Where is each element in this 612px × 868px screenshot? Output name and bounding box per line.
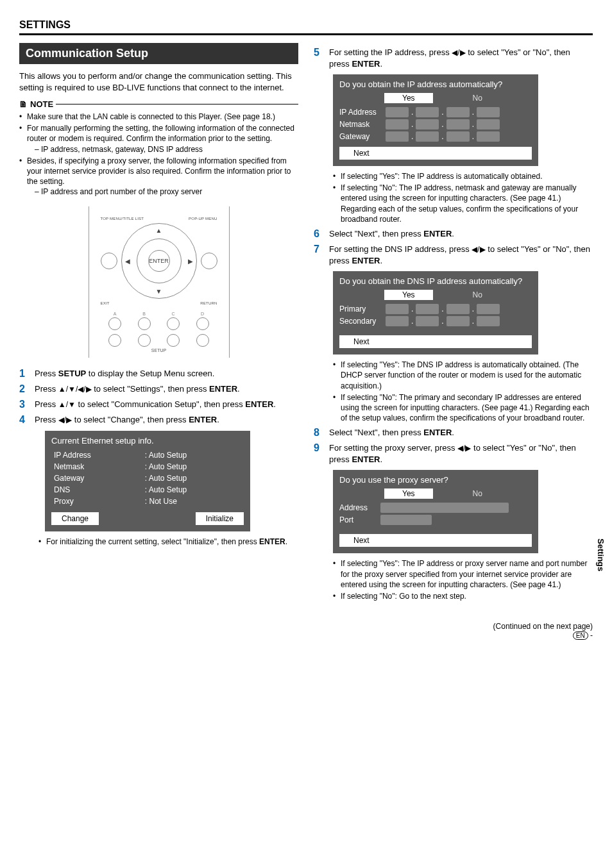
no-option: No — [455, 93, 500, 103]
left-column: Communication Setup This allows you to p… — [19, 43, 298, 603]
two-column-layout: Communication Setup This allows you to p… — [19, 43, 593, 603]
table-cell: : Not Use — [142, 496, 244, 507]
ethernet-info-panel: Current Ethernet setup info. IP Address:… — [45, 431, 250, 531]
step-text: Press SETUP to display the Setup Menu sc… — [35, 368, 214, 380]
remote-button — [108, 317, 121, 330]
remote-button — [108, 334, 121, 347]
step-text: For setting the proxy server, press ◀/▶ … — [329, 442, 593, 465]
step-text: Press ▲/▼ to select "Communication Setup… — [35, 399, 276, 410]
panel-question: Do you obtain the IP address automatical… — [339, 79, 532, 89]
step-4: 4 Press ◀/▶ to select "Change", then pre… — [19, 414, 298, 426]
no-option: No — [455, 488, 500, 499]
subsection-title: Communication Setup — [19, 43, 298, 64]
continued-text: (Continued on the next page) — [493, 622, 593, 631]
step-number: 1 — [19, 368, 28, 380]
step-number: 4 — [19, 414, 28, 426]
table-cell: Gateway — [51, 472, 142, 484]
remote-label-return: RETURN — [200, 301, 217, 305]
note-rule — [56, 104, 298, 104]
note-text: For manually performing the setting, the… — [27, 124, 294, 143]
remote-label-c: C — [172, 312, 175, 316]
remote-button — [101, 253, 117, 269]
remote-label-d: D — [201, 312, 204, 316]
left-arrow-icon: ◀ — [125, 257, 130, 264]
note-subitem: IP address and port number of the proxy … — [35, 187, 298, 197]
step-text: Press ◀/▶ to select "Change", then press… — [35, 414, 219, 426]
next-button: Next — [339, 147, 532, 160]
remote-label-a: A — [114, 312, 117, 316]
note-list: Make sure that the LAN cable is connecte… — [19, 112, 298, 197]
step-number: 3 — [19, 399, 28, 410]
change-button: Change — [51, 512, 99, 525]
note-subitem: IP address, netmask, gateway, DNS IP add… — [35, 144, 298, 154]
next-button: Next — [339, 335, 532, 348]
note-header: 🗎 NOTE — [19, 99, 298, 109]
port-label: Port — [339, 515, 375, 524]
language-badge: EN — [573, 631, 588, 640]
initialize-button: Initialize — [196, 512, 244, 525]
step-number: 6 — [314, 228, 323, 240]
gateway-label: Gateway — [339, 132, 383, 141]
remote-button — [201, 253, 217, 269]
note-text: Besides, if specifying a proxy server, t… — [27, 156, 291, 186]
yes-option: Yes — [384, 488, 433, 499]
remote-enter-button: ENTER — [148, 250, 170, 272]
secondary-label: Secondary — [339, 317, 383, 326]
remote-label-exit: EXIT — [101, 301, 110, 305]
table-cell: : Auto Setup — [142, 472, 244, 484]
step-number: 5 — [314, 47, 323, 69]
step-text: Select "Next", then press ENTER. — [329, 427, 454, 438]
remote-label-popup: POP-UP MENU — [189, 217, 217, 221]
dns-note-yes: If selecting "Yes": The DNS IP address i… — [333, 360, 593, 391]
remote-label-setup: SETUP — [101, 348, 217, 353]
up-arrow-icon: ▲ — [156, 227, 162, 234]
remote-dpad: ENTER ▲ ▼ ◀ ▶ — [121, 223, 197, 299]
dns-note-no: If selecting "No": The primary and secon… — [333, 392, 593, 424]
address-label: Address — [339, 503, 375, 512]
step-3: 3 Press ▲/▼ to select "Communication Set… — [19, 399, 298, 410]
note-item: Besides, if specifying a proxy server, t… — [19, 156, 298, 197]
proxy-note-no: If selecting "No": Go to the next step. — [333, 591, 593, 601]
next-button: Next — [339, 534, 532, 547]
table-cell: IP Address — [51, 449, 142, 461]
ip-note-yes: If selecting "Yes": The IP address is au… — [333, 171, 593, 181]
yes-option: Yes — [384, 93, 433, 103]
step-5: 5 For setting the IP address, press ◀/▶ … — [314, 47, 593, 69]
step-2: 2 Press ▲/▼/◀/▶ to select "Settings", th… — [19, 383, 298, 395]
proxy-note-yes: If selecting "Yes": The IP address or pr… — [333, 558, 593, 590]
remote-label-topmenu: TOP MENU/TITLE LIST — [101, 217, 144, 221]
yes-option: Yes — [384, 290, 433, 300]
right-arrow-icon: ▶ — [188, 257, 193, 264]
section-header: SETTINGS — [19, 19, 593, 35]
remote-button — [138, 317, 151, 330]
step-1: 1 Press SETUP to display the Setup Menu … — [19, 368, 298, 380]
step-6: 6 Select "Next", then press ENTER. — [314, 228, 593, 240]
step-8: 8 Select "Next", then press ENTER. — [314, 427, 593, 438]
table-cell: Netmask — [51, 461, 142, 472]
proxy-panel: Do you use the proxy server? Yes No Addr… — [333, 470, 538, 553]
port-field — [380, 515, 432, 525]
step-number: 7 — [314, 244, 323, 266]
down-arrow-icon: ▼ — [156, 288, 162, 295]
dns-panel: Do you obtain the DNS IP address automat… — [333, 271, 538, 355]
panel-question: Do you use the proxy server? — [339, 475, 532, 485]
table-cell: : Auto Setup — [142, 461, 244, 472]
remote-button — [138, 334, 151, 347]
page-dash: - — [590, 631, 593, 640]
remote-button — [196, 317, 209, 330]
address-field — [380, 503, 509, 513]
remote-illustration: TOP MENU/TITLE LIST POP-UP MENU ENTER ▲ … — [89, 206, 230, 358]
step-number: 2 — [19, 383, 28, 395]
step-number: 9 — [314, 442, 323, 465]
step-text: Select "Next", then press ENTER. — [329, 228, 454, 240]
step-7: 7 For setting the DNS IP address, press … — [314, 244, 593, 266]
remote-button — [167, 317, 180, 330]
step-text: For setting the IP address, press ◀/▶ to… — [329, 47, 593, 69]
remote-button — [167, 334, 180, 347]
side-tab: Settings — [596, 538, 606, 571]
table-cell: Proxy — [51, 496, 142, 507]
note-item: Make sure that the LAN cable is connecte… — [19, 112, 298, 122]
footer: (Continued on the next page) EN - — [19, 622, 593, 640]
step-text: For setting the DNS IP address, press ◀/… — [329, 244, 593, 266]
step-9: 9 For setting the proxy server, press ◀/… — [314, 442, 593, 465]
